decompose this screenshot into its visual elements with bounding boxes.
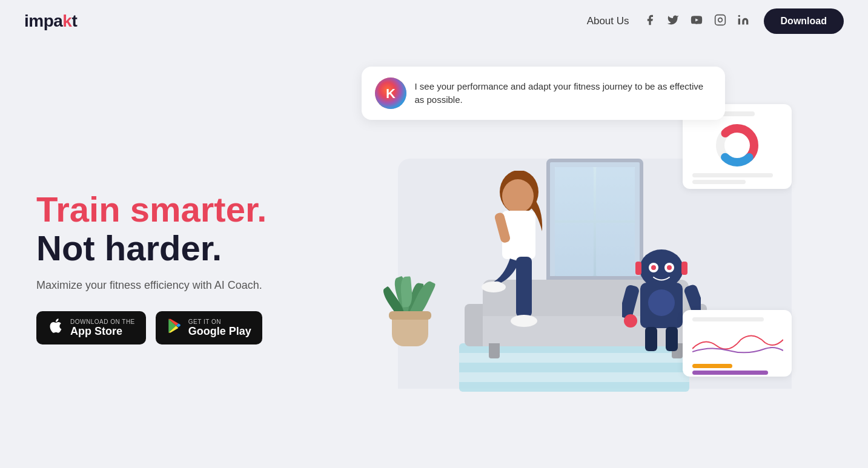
nav-right: About Us Download [587,8,844,34]
app-store-small-label: Download on the [70,318,135,325]
linkedin-icon[interactable] [737,14,749,29]
chat-bubble: K I see your performance and adapt your … [362,67,725,120]
youtube-icon[interactable] [690,14,703,29]
chat-avatar: K [375,77,406,109]
leaf [399,276,412,307]
about-us-link[interactable]: About Us [587,15,629,27]
plant [392,316,428,346]
stats-detail-bar [692,173,773,177]
yellow-bar [692,364,733,368]
hero-subtitle: Maximize your fitness efficiency with AI… [36,279,339,292]
rug-stripe [459,372,689,382]
line-chart [692,328,783,358]
svg-rect-27 [666,327,678,351]
google-play-text: GET IT ON Google Play [188,318,251,338]
google-play-button[interactable]: GET IT ON Google Play [156,311,262,344]
stats-detail-bar-2 [692,180,746,184]
facebook-icon[interactable] [644,14,656,29]
svg-rect-1 [715,15,725,25]
svg-point-14 [648,289,675,316]
svg-text:K: K [386,86,396,101]
stats-card-2 [683,310,792,377]
chat-message: I see your performance and adapt your fi… [415,80,712,107]
illustration-scene [380,86,792,425]
svg-point-15 [640,249,683,288]
apple-icon [47,317,64,338]
main-content: Train smarter. Not harder. Maximize your… [0,42,868,468]
window-pane [596,167,635,220]
google-play-large-label: Google Play [188,325,251,338]
navbar: impakt About Us Download [0,0,868,42]
download-button[interactable]: Download [764,8,844,34]
svg-rect-16 [635,262,641,275]
google-play-small-label: GET IT ON [188,318,251,325]
svg-rect-26 [645,327,657,351]
svg-point-23 [624,314,637,328]
social-icons [644,14,749,29]
svg-rect-17 [681,262,687,275]
logo[interactable]: impakt [24,12,77,31]
svg-point-20 [651,265,656,270]
person-illustration [459,171,580,352]
svg-point-7 [502,179,534,213]
chart-label-bar [692,317,764,321]
app-store-button[interactable]: Download on the App Store [36,311,146,344]
hero-illustration [339,74,832,437]
hero-left: Train smarter. Not harder. Maximize your… [36,166,339,345]
logo-k: k [62,12,71,30]
plant-pot [392,316,428,346]
store-buttons: Download on the App Store GET IT ON Goo [36,311,339,344]
svg-point-3 [738,15,740,16]
donut-chart [692,121,782,170]
app-store-text: Download on the App Store [70,318,135,338]
google-play-icon [167,318,182,338]
svg-point-21 [667,265,672,270]
app-store-large-label: App Store [70,325,135,338]
hero-headline-red: Train smarter. [36,190,339,229]
plant-leaves [380,246,440,319]
instagram-icon[interactable] [714,14,726,29]
hero-headline-black: Not harder. [36,229,339,268]
svg-point-12 [482,282,506,292]
svg-point-11 [511,315,537,327]
svg-rect-10 [516,257,532,317]
twitter-icon[interactable] [667,14,679,29]
purple-bar [692,371,769,375]
